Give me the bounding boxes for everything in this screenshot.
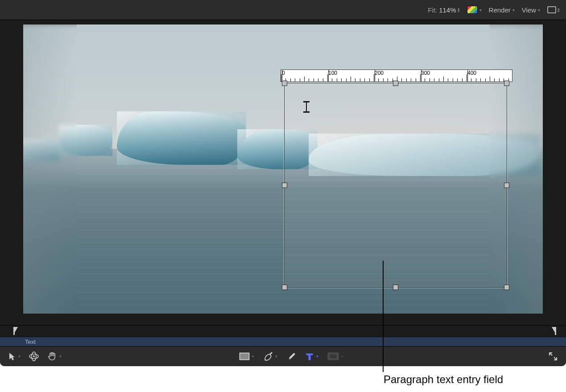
pen-icon	[263, 351, 273, 361]
text-ruler[interactable]: 0100200300400500	[281, 69, 512, 82]
canvas-layout-icon	[547, 6, 556, 13]
brush-icon	[286, 351, 296, 361]
viewer-top-toolbar: Fit: 114% ▴▾ ▾ Render ▾ View ▾ ▴▾	[0, 0, 566, 20]
ruler-number: 400	[467, 70, 468, 82]
svg-rect-6	[330, 355, 336, 358]
svg-point-2	[33, 355, 35, 357]
fit-value: 114%	[439, 6, 456, 14]
hand-icon	[47, 351, 57, 361]
3d-transform-tool[interactable]	[29, 351, 39, 361]
resize-handle-top-left[interactable]	[282, 81, 287, 86]
chevron-down-icon: ▾	[59, 354, 62, 359]
ruler-number: 200	[375, 70, 375, 82]
stepper-icon: ▴▾	[558, 7, 560, 12]
pan-tool[interactable]: ▾	[47, 351, 62, 361]
fit-label: Fit:	[428, 6, 437, 14]
text-t-icon	[305, 352, 314, 361]
rectangle-icon	[239, 352, 250, 360]
render-label: Render	[489, 6, 511, 14]
ruler-number: 0	[282, 70, 282, 82]
render-menu[interactable]: Render ▾	[489, 6, 515, 14]
select-tool[interactable]: ▾	[8, 352, 21, 361]
viewer-canvas[interactable]: 0100200300400500	[23, 24, 543, 314]
resize-handle-mid-right[interactable]	[504, 183, 509, 188]
chevron-down-icon: ▾	[316, 354, 318, 359]
resize-handle-bottom-left[interactable]	[282, 285, 287, 290]
text-cursor-ibeam-icon	[303, 101, 310, 113]
canvas-layout-control[interactable]: ▴▾	[547, 6, 560, 13]
layer-name: Text	[25, 339, 36, 345]
chevron-down-icon: ▾	[479, 8, 482, 12]
viewer-canvas-area: 0100200300400500	[0, 20, 566, 325]
app-window: Fit: 114% ▴▾ ▾ Render ▾ View ▾ ▴▾	[0, 0, 566, 366]
fit-zoom-control[interactable]: Fit: 114% ▴▾	[428, 6, 459, 14]
color-well-icon	[467, 6, 478, 14]
chevron-down-icon: ▾	[252, 354, 254, 359]
ruler-ticks: 0100200300400500	[281, 70, 512, 82]
resize-handle-bottom-right[interactable]	[504, 285, 509, 290]
annotation-label: Paragraph text entry field	[384, 373, 503, 386]
view-menu[interactable]: View ▾	[522, 6, 540, 14]
ruler-number: 100	[328, 70, 329, 82]
canvas-toolbar: ▾ ▾ ▾ ▾	[0, 347, 566, 366]
rectangle-mask-icon	[327, 352, 339, 360]
resize-handle-bottom-mid[interactable]	[393, 285, 398, 290]
chevron-down-icon: ▾	[18, 354, 21, 359]
view-label: View	[522, 6, 536, 14]
resize-handle-top-mid[interactable]	[393, 81, 398, 86]
mini-timeline[interactable]	[0, 325, 566, 337]
orbit-icon	[29, 351, 39, 361]
fullscreen-button[interactable]	[548, 351, 558, 361]
mask-tool[interactable]: ▾	[327, 352, 343, 360]
resize-handle-mid-left[interactable]	[282, 183, 287, 188]
arrow-cursor-icon	[8, 352, 16, 361]
stepper-icon: ▴▾	[458, 7, 460, 12]
chevron-down-icon: ▾	[538, 8, 540, 12]
rectangle-shape-tool[interactable]: ▾	[239, 352, 254, 360]
bezier-pen-tool[interactable]: ▾	[263, 351, 277, 361]
layer-bar[interactable]: Text	[0, 337, 566, 347]
text-tool[interactable]: ▾	[305, 352, 318, 361]
chevron-down-icon: ▾	[341, 354, 343, 359]
resize-handle-top-right[interactable]	[504, 81, 509, 86]
paragraph-text-entry-field[interactable]	[284, 83, 507, 288]
ruler-number: 300	[421, 70, 421, 82]
scene-iceberg	[117, 111, 246, 165]
scene-blur-left	[23, 24, 77, 314]
chevron-down-icon: ▾	[275, 354, 277, 359]
svg-point-4	[265, 359, 266, 361]
paint-stroke-tool[interactable]	[286, 351, 296, 361]
chevron-down-icon: ▾	[512, 8, 515, 12]
annotation-leader-line	[383, 261, 384, 372]
color-channels-control[interactable]: ▾	[467, 6, 482, 14]
svg-rect-3	[240, 353, 249, 360]
fullscreen-icon	[548, 351, 558, 361]
